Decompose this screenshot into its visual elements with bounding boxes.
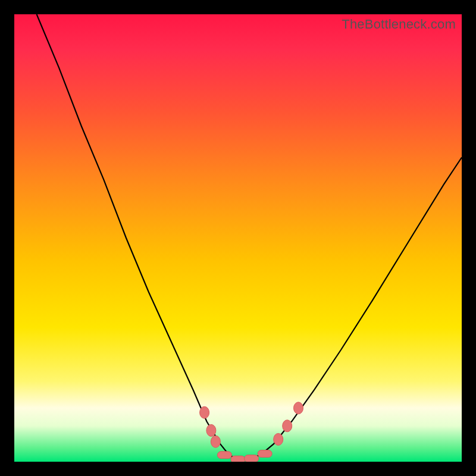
- curve-marker-5: [245, 455, 259, 462]
- chart-plot-area: TheBottleneck.com: [14, 14, 462, 462]
- curve-marker-7: [274, 433, 283, 445]
- curve-marker-0: [200, 406, 209, 418]
- curve-marker-1: [206, 424, 216, 436]
- curve-marker-3: [217, 452, 231, 459]
- curve-marker-4: [231, 456, 245, 462]
- curve-marker-8: [283, 420, 292, 432]
- curve-marker-6: [258, 450, 272, 458]
- marker-group: [200, 402, 303, 462]
- chart-frame: TheBottleneck.com: [0, 0, 476, 476]
- curve-marker-9: [294, 402, 303, 414]
- bottleneck-curve-svg: [14, 14, 462, 462]
- bottleneck-curve-path: [37, 14, 462, 459]
- curve-marker-2: [211, 436, 220, 447]
